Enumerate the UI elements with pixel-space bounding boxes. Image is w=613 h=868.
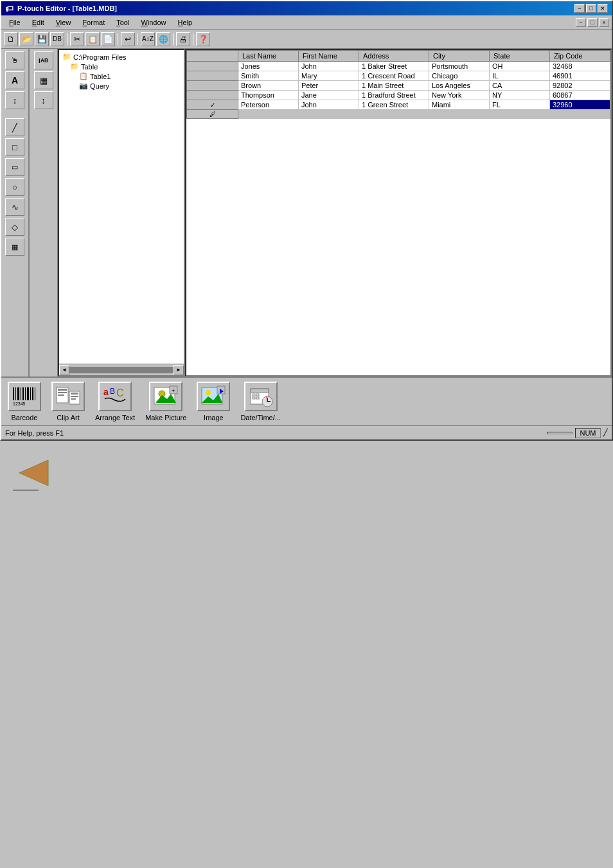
move-tool[interactable]: ↕ xyxy=(5,91,24,109)
cell-zip[interactable]: 92802 xyxy=(549,81,610,91)
paste-button[interactable]: 📄 xyxy=(101,32,115,46)
tree-query[interactable]: 📷 Query xyxy=(61,81,182,91)
menu-view[interactable]: View xyxy=(51,17,76,28)
menu-edit[interactable]: Edit xyxy=(27,17,49,28)
help-button[interactable]: ❓ xyxy=(196,32,210,46)
menu-window[interactable]: Window xyxy=(136,17,171,28)
database-button[interactable]: DB xyxy=(50,32,64,46)
curve-tool[interactable]: ∿ xyxy=(5,198,24,216)
cell-zip[interactable]: 46901 xyxy=(549,71,610,81)
scroll-track[interactable] xyxy=(69,367,173,373)
inner-minimize-button[interactable]: − xyxy=(576,18,586,27)
image-tool[interactable]: Image xyxy=(197,382,230,421)
open-button[interactable]: 📂 xyxy=(19,32,33,46)
tree-root[interactable]: 📁 C:\Program Files xyxy=(61,52,182,62)
cell-first-name[interactable]: John xyxy=(298,100,359,110)
row-indicator: ✓ xyxy=(187,100,238,110)
cell-first-name[interactable]: Jane xyxy=(298,91,359,100)
tree-table[interactable]: 📁 Table xyxy=(61,62,182,71)
menu-help[interactable]: Help xyxy=(173,17,198,28)
oval-tool[interactable]: ○ xyxy=(5,178,24,196)
sort-button[interactable]: A↕Z xyxy=(141,32,155,46)
scroll-right[interactable]: ► xyxy=(173,365,184,375)
cell-first-name[interactable]: Peter xyxy=(298,81,359,91)
rect-tool[interactable]: □ xyxy=(5,138,24,156)
polygon-tool[interactable]: ◇ xyxy=(5,218,24,236)
svg-rect-3 xyxy=(21,387,21,400)
clipart-tool[interactable]: Clip Art xyxy=(51,382,85,421)
cell-zip[interactable]: 32960 xyxy=(549,100,610,110)
arrange-text-tool[interactable]: a B C Arrange Text xyxy=(95,382,135,421)
scroll-left[interactable]: ◄ xyxy=(59,365,69,375)
cell-state[interactable]: FL xyxy=(489,100,549,110)
cell-address[interactable]: 1 Baker Street xyxy=(359,62,429,71)
cell-first-name[interactable]: Mary xyxy=(298,71,359,81)
cell-state[interactable]: CA xyxy=(489,81,549,91)
cell-last-name[interactable]: Smith xyxy=(238,71,299,81)
web-button[interactable]: 🌐 xyxy=(156,32,170,46)
svg-text:+: + xyxy=(172,387,175,394)
text-tool[interactable]: A xyxy=(5,71,24,89)
cell-zip[interactable]: 60867 xyxy=(549,91,610,100)
round-rect-tool[interactable]: ▭ xyxy=(5,158,24,176)
cell-last-name[interactable]: Jones xyxy=(238,62,299,71)
db-text-icon[interactable]: iAB xyxy=(34,51,53,69)
tree-table1[interactable]: 📋 Table1 xyxy=(61,71,182,81)
cell-state[interactable]: OH xyxy=(489,62,549,71)
cell-state[interactable]: NY xyxy=(489,91,549,100)
cell-address[interactable]: 1 Main Street xyxy=(359,81,429,91)
save-button[interactable]: 💾 xyxy=(35,32,49,46)
stamp-tool[interactable]: ▦ xyxy=(5,238,24,256)
menu-tool[interactable]: Tool xyxy=(111,17,134,28)
minimize-button[interactable]: − xyxy=(574,4,585,13)
svg-rect-8 xyxy=(32,387,33,400)
cell-address[interactable]: 1 Bradford Street xyxy=(359,91,429,100)
table-row-new[interactable]: 🖊 xyxy=(187,110,610,119)
table-icon[interactable]: ▦ xyxy=(34,71,53,89)
cell-city[interactable]: Miami xyxy=(429,100,489,110)
cell-last-name[interactable]: Peterson xyxy=(238,100,299,110)
barcode-tool[interactable]: 12345 Barcode xyxy=(8,382,41,421)
line-tool[interactable]: ╱ xyxy=(5,118,24,136)
inner-close-button[interactable]: × xyxy=(599,18,609,27)
tree-body: 📁 C:\Program Files 📁 Table 📋 Table1 📷 Qu… xyxy=(59,50,184,364)
table-row[interactable]: ✓ Peterson John 1 Green Street Miami FL … xyxy=(187,100,610,110)
data-grid[interactable]: Last Name First Name Address City State … xyxy=(185,49,612,376)
title-text: P-touch Editor - [Table1.MDB] xyxy=(17,4,117,12)
table-row[interactable]: Smith Mary 1 Crescent Road Chicago IL 46… xyxy=(187,71,610,81)
cell-address[interactable]: 1 Crescent Road xyxy=(359,71,429,81)
image-icon xyxy=(200,385,226,408)
cut-button[interactable]: ✂ xyxy=(70,32,84,46)
cell-city[interactable]: New York xyxy=(429,91,489,100)
maximize-button[interactable]: □ xyxy=(586,4,596,13)
cell-last-name[interactable]: Brown xyxy=(238,81,299,91)
arrange-text-icon: a B C xyxy=(102,385,128,408)
cell-first-name[interactable]: John xyxy=(298,62,359,71)
tree-table1-label: Table1 xyxy=(90,73,111,80)
cell-address[interactable]: 1 Green Street xyxy=(359,100,429,110)
cursor-tool[interactable]: 🖱 xyxy=(5,51,24,69)
cell-zip[interactable]: 32468 xyxy=(549,62,610,71)
cell-city[interactable]: Chicago xyxy=(429,71,489,81)
table-row[interactable]: Brown Peter 1 Main Street Los Angeles CA… xyxy=(187,81,610,91)
copy-button[interactable]: 📋 xyxy=(85,32,100,46)
cell-city[interactable]: Los Angeles xyxy=(429,81,489,91)
cell-city[interactable]: Portsmouth xyxy=(429,62,489,71)
table-row[interactable]: Jones John 1 Baker Street Portsmouth OH … xyxy=(187,62,610,71)
menu-file[interactable]: File xyxy=(4,17,26,28)
cell-state[interactable]: IL xyxy=(489,71,549,81)
undo-button[interactable]: ↩ xyxy=(121,32,135,46)
tree-scrollbar: ◄ ► xyxy=(59,364,184,375)
new-button[interactable]: 🗋 xyxy=(4,32,18,46)
datetime-tool[interactable]: Date/Time/... xyxy=(240,382,281,421)
menu-format[interactable]: Format xyxy=(77,17,110,28)
align-icon[interactable]: ↕ xyxy=(34,91,53,109)
inner-maximize-button[interactable]: □ xyxy=(587,18,598,27)
print-button[interactable]: 🖨 xyxy=(176,32,190,46)
table-row[interactable]: Thompson Jane 1 Bradford Street New York… xyxy=(187,91,610,100)
close-button[interactable]: × xyxy=(598,4,608,13)
folder-icon: 📁 xyxy=(62,53,71,61)
make-picture-tool[interactable]: + Make Picture xyxy=(145,382,186,421)
cell-last-name[interactable]: Thompson xyxy=(238,91,299,100)
svg-rect-7 xyxy=(30,387,31,400)
